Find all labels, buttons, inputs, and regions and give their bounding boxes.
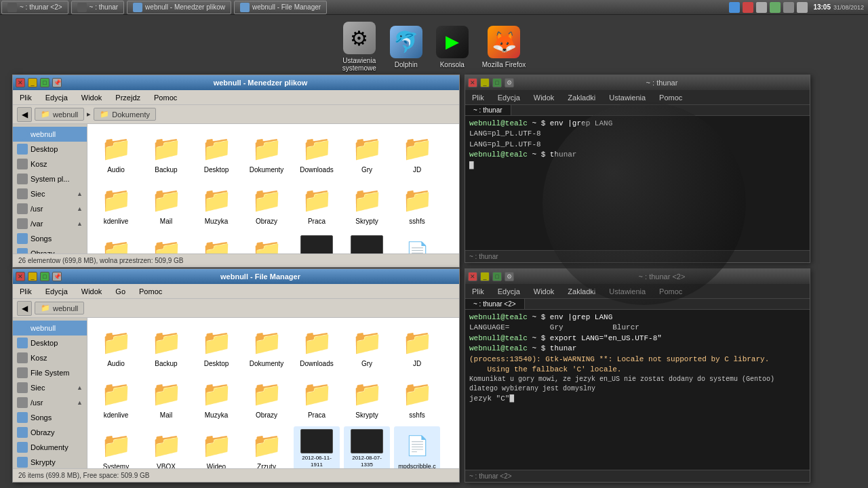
min-button-term-top[interactable]: _	[480, 78, 490, 87]
file-item-audio[interactable]: 📁Audio	[93, 129, 139, 177]
sidebar-item-filesystem-bottom[interactable]: File System	[13, 365, 87, 380]
term-top-menu-zakladki[interactable]: Zakladki	[564, 92, 599, 103]
max-button-term-bottom[interactable]: □	[492, 272, 502, 281]
sidebar-item-systempl-top[interactable]: System pl...	[13, 171, 87, 186]
file-item-kdenlive[interactable]: 📁kdenlive	[93, 181, 139, 228]
max-button-fm-top[interactable]: □	[40, 78, 50, 87]
dock-item-settings[interactable]: ⚙ Ustawienia systemowe	[342, 22, 376, 72]
file-item-mail[interactable]: 📁Mail	[143, 181, 189, 228]
max-button-fm-bottom[interactable]: □	[40, 272, 50, 281]
pin-button-fm-top[interactable]: 📌	[52, 78, 62, 87]
file-item-desktop[interactable]: 📁Desktop	[193, 129, 239, 177]
file-item-backup[interactable]: 📁Backup	[143, 129, 189, 177]
back-button-fm-top[interactable]: ◀	[17, 107, 32, 122]
dock-item-dolphin[interactable]: 🐬 Dolphin	[390, 26, 422, 68]
file-item-img1[interactable]: 2012-06...	[294, 232, 340, 253]
fm-top-menu-pomoc[interactable]: Pomoc	[150, 92, 181, 103]
taskbar-btn-fm2[interactable]: webnull - File Manager	[234, 1, 327, 14]
file-item-obrazy[interactable]: 📁Obrazy	[243, 181, 290, 228]
file-item-b-muzyka[interactable]: 📁Muzyka	[193, 375, 239, 422]
fm-top-menu-edycja[interactable]: Edycja	[41, 92, 72, 103]
file-item-dokumenty[interactable]: 📁Dokumenty	[243, 129, 290, 177]
term-top-menu-plik[interactable]: Plik	[468, 92, 488, 103]
file-item-b-sshfs[interactable]: 📁sshfs	[394, 375, 440, 422]
settings-button-term-bottom[interactable]: ⚙	[505, 272, 514, 281]
sidebar-item-webnull-top[interactable]: webnull	[13, 127, 87, 142]
taskbar-btn-thunar1[interactable]: ~ : thunar	[71, 1, 125, 14]
close-button-fm-top[interactable]: ✕	[16, 78, 25, 87]
sidebar-item-songs-top[interactable]: Songs	[13, 231, 87, 246]
file-item-b-audio[interactable]: 📁Audio	[93, 323, 139, 371]
file-item-conf[interactable]: 📄mpdscrib...	[394, 232, 440, 253]
breadcrumb-webnull[interactable]: 📁 webnull	[35, 108, 84, 121]
file-item-b-downloads[interactable]: 📁Downloads	[294, 323, 340, 371]
close-button-fm-bottom[interactable]: ✕	[16, 272, 25, 281]
sidebar-item-obrazy-top[interactable]: Obrazy	[13, 246, 87, 253]
file-item-systemy[interactable]: 📁Systemy	[93, 232, 139, 253]
fm-bottom-menu-go[interactable]: Go	[111, 286, 130, 297]
close-button-term-bottom[interactable]: ✕	[468, 272, 477, 281]
sidebar-item-kosz-top[interactable]: Kosz	[13, 157, 87, 171]
back-button-fm-bottom[interactable]: ◀	[17, 301, 32, 316]
file-item-b-backup[interactable]: 📁Backup	[143, 323, 189, 371]
sidebar-item-webnull-bottom[interactable]: webnull	[13, 321, 87, 336]
terminal-bottom-tab[interactable]: ~ : thunar <2>	[465, 299, 525, 309]
sidebar-item-songs-bottom[interactable]: Songs	[13, 410, 87, 425]
file-item-b-img1[interactable]: 2012-06-11-191119_1920x1080_scrot.png	[294, 426, 340, 468]
file-item-zrzuty[interactable]: 📁Zrzuty	[243, 232, 290, 253]
file-item-praca[interactable]: 📁Praca	[294, 181, 340, 228]
sidebar-item-usr-top[interactable]: /usr ▲	[13, 201, 87, 216]
fm-top-menu-plik[interactable]: Plik	[16, 92, 36, 103]
file-item-gry[interactable]: 📁Gry	[344, 129, 390, 177]
file-item-b-systemy[interactable]: 📁Systemy	[93, 426, 139, 468]
term-top-menu-edycja[interactable]: Edycja	[494, 92, 524, 103]
terminal-top-tab[interactable]: ~ : thunar	[465, 105, 511, 115]
breadcrumb-webnull-bottom[interactable]: 📁 webnull	[35, 302, 84, 314]
fm-bottom-menu-pomoc[interactable]: Pomoc	[135, 286, 166, 297]
sidebar-item-desktop-bottom[interactable]: Desktop	[13, 336, 87, 350]
term-top-menu-pomoc[interactable]: Pomoc	[655, 92, 686, 103]
min-button-fm-bottom[interactable]: _	[28, 272, 37, 281]
min-button-term-bottom[interactable]: _	[480, 272, 490, 281]
file-item-b-zrzuty[interactable]: 📁Zrzuty	[243, 426, 290, 468]
file-item-b-vbox[interactable]: 📁VBOX	[143, 426, 189, 468]
fm-bottom-menu-plik[interactable]: Plik	[16, 286, 36, 297]
file-item-sshfs[interactable]: 📁sshfs	[394, 181, 440, 228]
term-top-menu-widok[interactable]: Widok	[530, 92, 559, 103]
pin-button-fm-bottom[interactable]: 📌	[52, 272, 62, 281]
breadcrumb-dokumenty[interactable]: 📁 Dokumenty	[94, 108, 156, 121]
file-item-muzyka[interactable]: 📁Muzyka	[193, 181, 239, 228]
dock-item-firefox[interactable]: 🦊 Mozilla Firefox	[482, 26, 526, 68]
sidebar-item-desktop-top[interactable]: Desktop	[13, 142, 87, 157]
term-bottom-menu-plik[interactable]: Plik	[468, 286, 488, 297]
taskbar-btn-thunar2[interactable]: ~ : thunar <2>	[1, 1, 68, 14]
file-item-b-desktop[interactable]: 📁Desktop	[193, 323, 239, 371]
file-item-b-wideo[interactable]: 📁Wideo	[193, 426, 239, 468]
fm-top-menu-przejdz[interactable]: Przejdz	[111, 92, 144, 103]
close-button-term-top[interactable]: ✕	[468, 78, 477, 87]
fm-top-menu-widok[interactable]: Widok	[77, 92, 106, 103]
term-bottom-menu-edycja[interactable]: Edycja	[494, 286, 524, 297]
file-item-img2[interactable]: 2012-08...	[344, 232, 390, 253]
file-item-jd[interactable]: 📁JD	[394, 129, 440, 177]
sidebar-item-kosz-bottom[interactable]: Kosz	[13, 350, 87, 365]
file-item-b-gry[interactable]: 📁Gry	[344, 323, 390, 371]
sidebar-item-skrypty-bottom[interactable]: Skrypty	[13, 455, 87, 468]
min-button-fm-top[interactable]: _	[28, 78, 37, 87]
file-item-b-jd[interactable]: 📁JD	[394, 323, 440, 371]
sidebar-item-dokumenty-bottom[interactable]: Dokumenty	[13, 440, 87, 455]
file-item-wideo[interactable]: 📁Wideo	[193, 232, 239, 253]
file-item-downloads[interactable]: 📁Downloads	[294, 129, 340, 177]
sidebar-item-usr-bottom[interactable]: /usr ▲	[13, 395, 87, 410]
file-item-b-img2[interactable]: 2012-08-07-133534_1920x1080_scrot.png	[344, 426, 390, 468]
fm-bottom-menu-widok[interactable]: Widok	[77, 286, 106, 297]
file-item-b-praca[interactable]: 📁Praca	[294, 375, 340, 422]
term-bottom-menu-widok[interactable]: Widok	[530, 286, 559, 297]
dock-item-konsole[interactable]: ▶ Konsola	[436, 26, 469, 68]
file-item-vbox[interactable]: 📁VBOX	[143, 232, 189, 253]
file-item-b-conf[interactable]: 📄 mpdscribble.conf	[394, 426, 440, 468]
file-item-b-mail[interactable]: 📁Mail	[143, 375, 189, 422]
sidebar-item-var-top[interactable]: /var ▲	[13, 216, 87, 231]
sidebar-item-siec-bottom[interactable]: Siec ▲	[13, 380, 87, 395]
taskbar-btn-fm1[interactable]: webnull - Menedzer plikow	[127, 1, 231, 14]
